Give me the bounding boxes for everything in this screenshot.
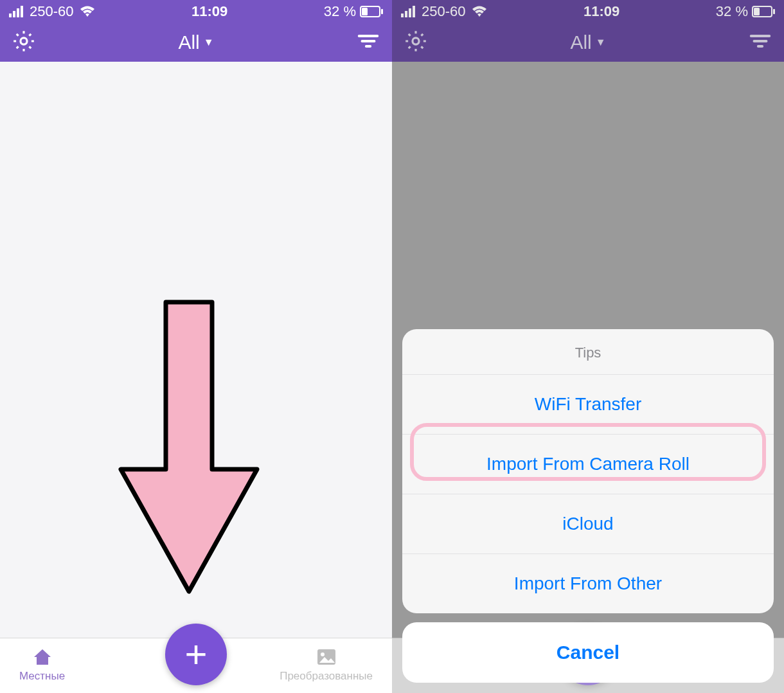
filter-icon[interactable] (356, 29, 380, 56)
svg-rect-13 (401, 14, 404, 17)
svg-rect-0 (9, 14, 12, 17)
action-import-camera-roll[interactable]: Import From Camera Roll (402, 435, 774, 494)
action-sheet-group: Tips WiFi Transfer Import From Camera Ro… (402, 329, 774, 613)
signal-icon (401, 6, 416, 17)
wifi-icon (79, 5, 96, 18)
nav-title-text: All (570, 32, 591, 53)
svg-rect-1 (13, 11, 15, 17)
svg-rect-19 (754, 8, 760, 15)
svg-rect-5 (381, 9, 383, 14)
action-icloud[interactable]: iCloud (402, 494, 774, 554)
caret-down-icon: ▼ (596, 37, 606, 48)
image-icon (317, 649, 336, 669)
nav-title-dropdown[interactable]: All ▼ (570, 32, 605, 53)
svg-rect-14 (405, 11, 407, 17)
svg-rect-6 (362, 8, 368, 15)
svg-rect-2 (17, 8, 19, 17)
carrier-label: 250-60 (30, 3, 74, 20)
tutorial-arrow-annotation (109, 296, 270, 607)
svg-rect-15 (409, 8, 411, 17)
action-import-other[interactable]: Import From Other (402, 554, 774, 613)
gear-icon[interactable] (404, 29, 428, 56)
status-bar: 250-60 11:09 32 % (392, 0, 784, 23)
action-wifi-transfer[interactable]: WiFi Transfer (402, 375, 774, 435)
action-sheet: Tips WiFi Transfer Import From Camera Ro… (402, 329, 774, 683)
add-button[interactable]: + (165, 624, 227, 685)
action-sheet-title: Tips (402, 329, 774, 375)
svg-point-7 (21, 38, 27, 44)
battery-icon (752, 6, 775, 17)
carrier-label: 250-60 (422, 3, 466, 20)
phone-right: 250-60 11:09 32 % All ▼ (392, 0, 784, 693)
nav-bar: All ▼ (0, 23, 392, 62)
tab-local[interactable]: Местные (19, 649, 65, 683)
svg-point-20 (413, 38, 419, 44)
tab-converted-label: Преобразованные (280, 670, 373, 683)
wifi-icon (471, 5, 488, 18)
time-label: 11:09 (192, 3, 227, 20)
action-cancel[interactable]: Cancel (402, 622, 774, 683)
home-icon (33, 649, 52, 669)
phone-left: 250-60 11:09 32 % All ▼ (0, 0, 392, 693)
tab-converted[interactable]: Преобразованные (280, 649, 373, 683)
svg-rect-3 (21, 6, 23, 17)
caret-down-icon: ▼ (204, 37, 214, 48)
nav-title-dropdown[interactable]: All ▼ (178, 32, 213, 53)
battery-label: 32 % (324, 3, 356, 20)
status-bar: 250-60 11:09 32 % (0, 0, 392, 23)
svg-rect-16 (413, 6, 415, 17)
tab-local-label: Местные (19, 670, 65, 683)
battery-label: 32 % (716, 3, 748, 20)
filter-icon[interactable] (748, 29, 772, 56)
signal-icon (9, 6, 24, 17)
svg-rect-18 (773, 9, 775, 14)
nav-bar: All ▼ (392, 23, 784, 62)
gear-icon[interactable] (12, 29, 36, 56)
nav-title-text: All (178, 32, 199, 53)
battery-icon (360, 6, 383, 17)
svg-point-12 (321, 652, 325, 656)
time-label: 11:09 (584, 3, 619, 20)
